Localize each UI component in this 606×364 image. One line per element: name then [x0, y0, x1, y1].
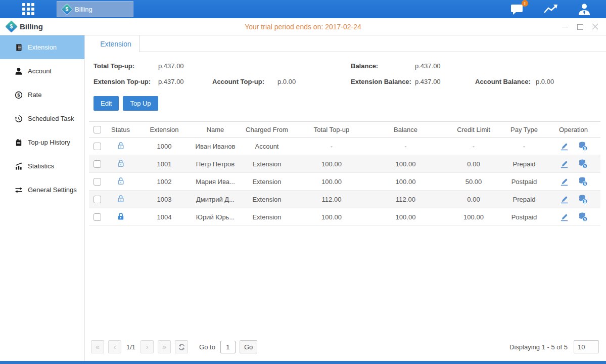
sidebar-item-topup-history[interactable]: Top-up History	[0, 130, 84, 154]
next-page-button[interactable]: ›	[141, 340, 154, 353]
table-header-row: Status Extension Name Charged From Total…	[89, 121, 600, 138]
table-row: 1003 Дмитрий Д... Extension 112.00 112.0…	[89, 191, 600, 208]
tab-extension[interactable]: Extension	[92, 35, 139, 52]
cell-pay-type: Prepaid	[502, 160, 546, 168]
topup-coins-icon[interactable]: $	[578, 194, 588, 204]
prev-page-button[interactable]: ‹	[108, 340, 121, 353]
page-size-value: 10	[578, 343, 585, 351]
table-row: 1002 Мария Ива... Extension 100.00 100.0…	[89, 173, 600, 191]
extension-balance-value: p.437.00	[415, 78, 475, 85]
account-balance-value: p.0.00	[536, 78, 606, 85]
app-grid-button[interactable]	[0, 0, 57, 18]
edit-button[interactable]: Edit	[94, 96, 119, 111]
cell-total-topup: 100.00	[297, 213, 366, 221]
row-checkbox[interactable]	[94, 196, 101, 203]
col-name: Name	[194, 126, 237, 133]
billing-app-icon: $	[62, 4, 72, 14]
col-extension: Extension	[134, 126, 194, 133]
balance-label: Balance:	[351, 62, 415, 70]
cell-credit-limit: 0.00	[445, 196, 502, 203]
edit-icon[interactable]	[560, 195, 569, 204]
edit-icon[interactable]	[560, 177, 569, 187]
col-balance: Balance	[366, 126, 445, 133]
history-clock-icon	[15, 115, 23, 123]
last-page-button[interactable]: »	[158, 340, 171, 353]
col-operation: Operation	[546, 126, 600, 133]
account-topup-value: p.0.00	[277, 78, 351, 85]
table-row: 1001 Петр Петров Extension 100.00 100.00…	[89, 155, 600, 173]
messages-button[interactable]: !	[510, 3, 524, 15]
sidebar-item-statistics[interactable]: Statistics	[0, 154, 84, 178]
displaying-text: Displaying 1 - 5 of 5	[509, 343, 568, 351]
topup-button[interactable]: Top Up	[123, 96, 158, 111]
billing-summary: Total Top-up: p.437.00 Balance: p.437.00…	[94, 58, 606, 89]
row-checkbox[interactable]	[94, 213, 101, 221]
billing-window-icon: $	[5, 20, 17, 32]
topup-coins-icon[interactable]: $	[578, 159, 588, 169]
sidebar-item-label: Statistics	[28, 162, 54, 170]
total-topup-value: p.437.00	[158, 62, 212, 70]
topup-coins-icon[interactable]: $	[578, 176, 588, 187]
account-topbar-button[interactable]	[578, 3, 591, 15]
cell-name: Иван Иванов	[194, 143, 237, 150]
topup-coins-icon[interactable]: $	[578, 141, 588, 151]
row-checkbox[interactable]	[94, 143, 101, 150]
unlocked-icon	[116, 141, 125, 150]
select-all-checkbox[interactable]	[94, 126, 101, 133]
row-checkbox[interactable]	[94, 160, 101, 168]
cell-pay-type: -	[502, 143, 546, 150]
cell-balance: 100.00	[366, 213, 445, 221]
sidebar-item-general-settings[interactable]: General Settings	[0, 178, 84, 202]
close-button[interactable]	[592, 23, 599, 30]
maximize-button[interactable]	[577, 23, 584, 30]
balance-value: p.437.00	[415, 62, 475, 70]
taskbar-item-label: Billing	[75, 6, 92, 13]
window-title-text: Billing	[20, 22, 43, 31]
main-content: Extension Total Top-up: p.437.00 Balance…	[85, 35, 606, 361]
table-toolbar: Edit Top Up	[94, 96, 606, 111]
first-page-button[interactable]: «	[91, 340, 104, 353]
account-balance-label: Account Balance:	[475, 78, 536, 85]
cell-balance: -	[366, 143, 445, 150]
goto-page-input[interactable]	[220, 341, 236, 353]
sidebar-item-rate[interactable]: $ Rate	[0, 83, 84, 107]
edit-icon[interactable]	[560, 159, 569, 169]
edit-icon[interactable]	[560, 212, 569, 222]
taskbar: $ Billing !	[0, 0, 606, 18]
topup-coins-icon[interactable]: $	[578, 212, 588, 222]
refresh-button[interactable]	[175, 340, 188, 353]
go-button[interactable]: Go	[240, 340, 257, 353]
unlocked-icon	[116, 194, 125, 203]
cell-credit-limit: 50.00	[445, 178, 502, 186]
taskbar-item-billing[interactable]: $ Billing	[57, 1, 133, 17]
notification-badge: !	[522, 0, 528, 7]
sidebar-item-account[interactable]: Account	[0, 59, 84, 83]
row-checkbox[interactable]	[94, 178, 101, 186]
col-status: Status	[107, 126, 134, 133]
line-chart-icon	[543, 4, 558, 15]
cell-pay-type: Postpaid	[502, 213, 546, 221]
sidebar-item-label: Account	[28, 67, 52, 75]
edit-icon[interactable]	[560, 142, 569, 151]
cell-extension: 1004	[134, 213, 194, 221]
window-title: $ Billing	[7, 22, 43, 31]
sidebar-item-scheduled-task[interactable]: Scheduled Task	[0, 107, 84, 130]
col-charged-from: Charged From	[237, 126, 297, 133]
window-bottom-edge	[0, 361, 606, 364]
unlocked-icon	[116, 159, 125, 168]
cell-charged-from: Account	[237, 143, 297, 150]
extension-book-icon	[15, 43, 23, 52]
extension-table: Status Extension Name Charged From Total…	[89, 121, 600, 226]
statistics-topbar-button[interactable]	[543, 4, 558, 15]
cell-pay-type: Prepaid	[502, 196, 546, 203]
tab-bar: Extension	[85, 35, 606, 52]
col-pay-type: Pay Type	[502, 126, 546, 133]
minimize-button[interactable]	[562, 23, 569, 30]
sidebar-item-extension[interactable]: Extension	[0, 35, 84, 59]
extension-topup-value: p.437.00	[158, 78, 212, 85]
table-row: 1000 Иван Иванов Account - - - - $	[89, 138, 600, 155]
sidebar-item-label: Extension	[28, 43, 57, 51]
extension-balance-label: Extension Balance:	[351, 78, 415, 85]
sidebar-item-label: Rate	[28, 91, 41, 99]
page-size-select[interactable]: 10	[574, 340, 599, 353]
